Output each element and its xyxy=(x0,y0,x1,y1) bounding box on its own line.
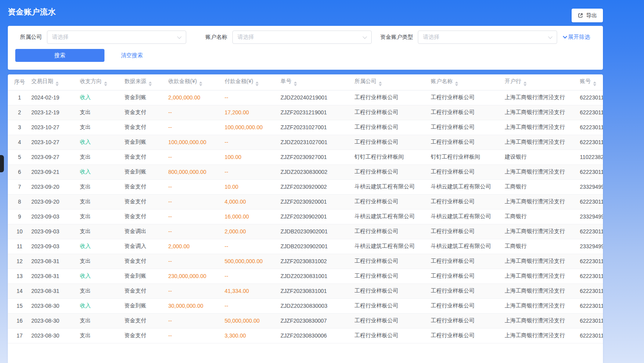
cell-payment: -- xyxy=(225,269,281,284)
export-button[interactable]: 导出 xyxy=(572,9,603,22)
column-header-account_no[interactable]: 账号 xyxy=(580,74,603,90)
column-header-date[interactable]: 交易日期 xyxy=(31,74,80,90)
cell-account_no: 622230111 xyxy=(580,269,603,284)
cell-payment: -- xyxy=(225,239,281,254)
table-row: 122023-08-31支出资金支付--500,000,000.00ZJZF20… xyxy=(8,254,603,269)
sort-icon xyxy=(523,81,527,86)
cell-order_no: ZJZF20230920002 xyxy=(281,179,354,194)
cell-no: 16 xyxy=(8,313,31,328)
cell-account_name: 工程行业样板公司 xyxy=(431,254,505,269)
cell-company: 斗栱云建筑工程有限公司 xyxy=(354,179,431,194)
cell-receipt: -- xyxy=(168,150,225,164)
column-header-payment[interactable]: 付款金额(¥) xyxy=(225,74,281,90)
cell-account_no: 110223823 xyxy=(580,150,603,164)
chevron-down-icon xyxy=(548,34,552,39)
cell-receipt: -- xyxy=(168,224,225,239)
chevron-down-icon xyxy=(177,34,182,39)
table-row: 92023-09-03支出资金支付--16,000.00ZJZF20230902… xyxy=(8,209,603,224)
cell-account_no: 622230111 xyxy=(580,194,603,209)
company-select[interactable]: 请选择 xyxy=(47,31,186,44)
cell-account_name: 工程行业样板公司 xyxy=(431,328,505,343)
transactions-table-card: 序号交易日期收支方向数据来源收款金额(¥)付款金额(¥)单号所属公司账户名称开户… xyxy=(8,74,603,363)
cell-order_no: ZJZF20230902001 xyxy=(281,209,354,224)
cell-receipt: -- xyxy=(168,209,225,224)
cell-company: 钉钉工程行业样板间 xyxy=(354,150,431,164)
cell-no: 7 xyxy=(8,179,31,194)
cell-bank: 上海工商银行漕河泾支行 xyxy=(505,328,580,343)
cell-direction: 支出 xyxy=(80,105,124,120)
cell-company: 工程行业样板公司 xyxy=(354,120,431,135)
cell-receipt: -- xyxy=(168,105,225,120)
account-name-select[interactable]: 请选择 xyxy=(232,31,372,44)
column-label: 序号 xyxy=(14,79,25,85)
cell-company: 工程行业样板公司 xyxy=(354,90,431,105)
cell-receipt: 2,000,000.00 xyxy=(168,90,225,105)
cell-source: 资金支付 xyxy=(124,120,168,135)
cell-order_no: ZJZF20230830006 xyxy=(281,328,354,343)
cell-date: 2023-08-30 xyxy=(31,313,80,328)
cell-company: 工程行业样板公司 xyxy=(354,284,431,298)
cell-bank: 上海工商银行漕河泾支行 xyxy=(505,298,580,313)
cell-account_name: 斗栱云建筑工程有限公司 xyxy=(431,179,505,194)
cell-date: 2023-08-31 xyxy=(31,254,80,269)
cell-account_name: 工程行业样板公司 xyxy=(431,269,505,284)
cell-account_no: 233294994 xyxy=(580,209,603,224)
column-header-receipt[interactable]: 收款金额(¥) xyxy=(168,74,225,90)
cell-account_name: 工程行业样板公司 xyxy=(431,313,505,328)
cell-payment: 100,000,000.00 xyxy=(225,120,281,135)
export-icon xyxy=(577,13,583,18)
cell-receipt: 2,000.00 xyxy=(168,239,225,254)
cell-account_name: 斗栱云建筑工程有限公司 xyxy=(431,239,505,254)
cell-payment: -- xyxy=(225,298,281,313)
cell-order_no: ZJZF20231027001 xyxy=(281,120,354,135)
cell-receipt: -- xyxy=(168,313,225,328)
clear-search-link[interactable]: 清空搜索 xyxy=(121,52,143,59)
cell-no: 8 xyxy=(8,194,31,209)
cell-company: 工程行业样板公司 xyxy=(354,164,431,179)
cell-account_name: 工程行业样板公司 xyxy=(431,284,505,298)
cell-payment: 100.00 xyxy=(225,150,281,164)
column-header-source[interactable]: 数据来源 xyxy=(124,74,168,90)
search-button[interactable]: 搜索 xyxy=(15,49,104,62)
table-row: 62023-09-21收入资金到账800,000,000.00--ZJDZ202… xyxy=(8,164,603,179)
cell-no: 10 xyxy=(8,224,31,239)
cell-direction: 收入 xyxy=(80,298,124,313)
cell-company: 工程行业样板公司 xyxy=(354,105,431,120)
cell-direction: 支出 xyxy=(80,284,124,298)
cell-no: 14 xyxy=(8,284,31,298)
cell-bank: 上海工商银行漕河泾支行 xyxy=(505,313,580,328)
side-drawer-handle[interactable] xyxy=(0,155,4,172)
column-label: 单号 xyxy=(281,78,291,84)
cell-order_no: ZJZF20230927001 xyxy=(281,150,354,164)
cell-company: 斗栱云建筑工程有限公司 xyxy=(354,209,431,224)
table-row: 112023-09-03收入资金调入2,000.00--ZJDB20230902… xyxy=(8,239,603,254)
cell-direction: 收入 xyxy=(80,239,124,254)
cell-receipt: -- xyxy=(168,254,225,269)
cell-no: 15 xyxy=(8,298,31,313)
cell-source: 资金到账 xyxy=(124,298,168,313)
cell-account_no: 622230111 xyxy=(580,284,603,298)
company-select-placeholder: 请选择 xyxy=(52,34,68,41)
fund-account-type-select[interactable]: 请选择 xyxy=(418,31,557,44)
cell-account_name: 工程行业样板公司 xyxy=(431,105,505,120)
cell-bank: 上海工商银行漕河泾支行 xyxy=(505,90,580,105)
cell-account_name: 工程行业样板公司 xyxy=(431,120,505,135)
cell-source: 资金支付 xyxy=(124,179,168,194)
column-header-order_no[interactable]: 单号 xyxy=(281,74,354,90)
cell-no: 11 xyxy=(8,239,31,254)
cell-direction: 收入 xyxy=(80,164,124,179)
cell-source: 资金到账 xyxy=(124,164,168,179)
column-label: 开户行 xyxy=(505,78,521,84)
cell-company: 工程行业样板公司 xyxy=(354,254,431,269)
cell-direction: 支出 xyxy=(80,254,124,269)
cell-no: 1 xyxy=(8,90,31,105)
expand-filters-link[interactable]: 展开筛选 xyxy=(563,34,590,41)
column-header-account_name[interactable]: 账户名称 xyxy=(431,74,505,90)
cell-company: 工程行业样板公司 xyxy=(354,328,431,343)
column-header-direction[interactable]: 收支方向 xyxy=(80,74,124,90)
column-header-bank[interactable]: 开户行 xyxy=(505,74,580,90)
cell-account_name: 钉钉工程行业样板间 xyxy=(431,150,505,164)
cell-no: 17 xyxy=(8,328,31,343)
column-header-company[interactable]: 所属公司 xyxy=(354,74,431,90)
cell-direction: 支出 xyxy=(80,120,124,135)
